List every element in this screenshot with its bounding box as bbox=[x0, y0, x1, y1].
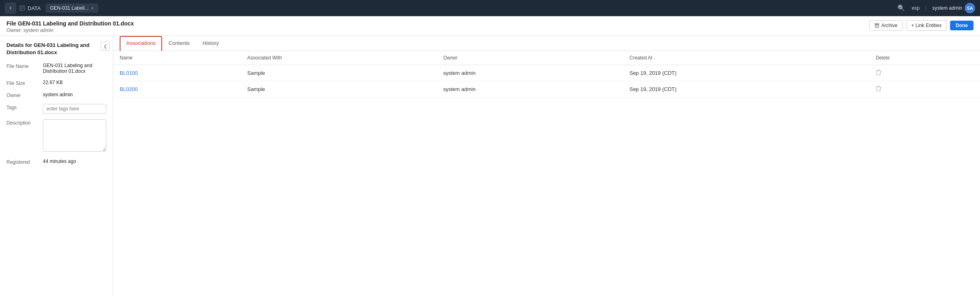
sort-icon: ↓ bbox=[654, 56, 656, 60]
nav-divider: | bbox=[925, 5, 927, 11]
avatar: SA bbox=[965, 3, 975, 13]
close-tab-icon[interactable]: × bbox=[91, 6, 93, 11]
link-entities-label: + Link Entities bbox=[911, 23, 942, 28]
search-icon[interactable]: 🔍 bbox=[898, 4, 905, 12]
trash-icon bbox=[876, 69, 881, 76]
owner-field-value: system admin bbox=[43, 92, 106, 98]
registered-label: Registered bbox=[6, 159, 39, 165]
tab-history-label: History bbox=[203, 40, 219, 46]
file-owner: Owner: system admin bbox=[6, 27, 134, 33]
file-size-value: 22.67 KB bbox=[43, 80, 106, 86]
association-link[interactable]: BL0200 bbox=[120, 86, 138, 92]
tab-associations[interactable]: Associations bbox=[120, 36, 162, 51]
file-name-value: GEN-031 Labeling and Distribution 01.doc… bbox=[43, 63, 106, 74]
tab-associations-label: Associations bbox=[126, 40, 156, 46]
file-title: File GEN-031 Labeling and Distribution 0… bbox=[6, 20, 134, 27]
tab-contents[interactable]: Contents bbox=[162, 36, 196, 51]
table-row: BL0100 Sample system admin Sep 19, 2019 … bbox=[113, 65, 980, 81]
tabs-bar: Associations Contents History bbox=[113, 36, 980, 51]
cell-owner: system admin bbox=[437, 65, 623, 81]
tags-input[interactable] bbox=[43, 104, 106, 114]
file-size-label: File Size bbox=[6, 80, 39, 86]
col-owner: Owner bbox=[437, 51, 623, 65]
file-size-row: File Size 22.67 KB bbox=[6, 80, 106, 86]
tags-row: Tags bbox=[6, 104, 106, 114]
nav-data-label: DATA bbox=[27, 5, 41, 11]
registered-value: 44 minutes ago bbox=[43, 159, 106, 165]
nav-active-tab[interactable]: GEN-031 Labeli... × bbox=[46, 4, 98, 13]
trash-icon bbox=[876, 85, 881, 92]
description-row: Description bbox=[6, 119, 106, 153]
col-associated-with: Associated With bbox=[241, 51, 437, 65]
nav-tab-label: GEN-031 Labeli... bbox=[50, 5, 89, 11]
nav-username: system admin bbox=[932, 5, 962, 11]
avatar-initials: SA bbox=[967, 6, 973, 11]
delete-cell[interactable] bbox=[869, 81, 980, 97]
owner-field-label: Owner bbox=[6, 92, 39, 98]
file-name-row: File Name GEN-031 Labeling and Distribut… bbox=[6, 63, 106, 74]
description-textarea[interactable] bbox=[43, 119, 106, 152]
table-row: BL0200 Sample system admin Sep 19, 2019 … bbox=[113, 81, 980, 97]
nav-back-button[interactable] bbox=[5, 2, 16, 14]
cell-created-at: Sep 19, 2019 (CDT) bbox=[623, 81, 869, 97]
col-name: Name bbox=[113, 51, 241, 65]
owner-value: system admin bbox=[23, 27, 53, 33]
left-panel: Details for GEN-031 Labeling and Distrib… bbox=[0, 36, 113, 296]
file-header-actions: Archive + Link Entities Done bbox=[869, 20, 974, 31]
tab-history[interactable]: History bbox=[196, 36, 225, 51]
delete-cell[interactable] bbox=[869, 65, 980, 81]
tags-label: Tags bbox=[6, 104, 39, 114]
col-delete: Delete bbox=[869, 51, 980, 65]
cell-associated-with: Sample bbox=[241, 81, 437, 97]
owner-label: Owner: bbox=[6, 27, 22, 33]
archive-label: Archive bbox=[881, 23, 898, 28]
cell-name: BL0200 bbox=[113, 81, 241, 97]
file-header: File GEN-031 Labeling and Distribution 0… bbox=[0, 16, 980, 36]
done-button[interactable]: Done bbox=[950, 21, 974, 30]
cell-created-at: Sep 19, 2019 (CDT) bbox=[623, 65, 869, 81]
cell-owner: system admin bbox=[437, 81, 623, 97]
table-header-row: Name Associated With Owner Created At ↓ … bbox=[113, 51, 980, 65]
owner-row: Owner system admin bbox=[6, 92, 106, 98]
nav-user: system admin SA bbox=[932, 3, 975, 13]
right-panel: Associations Contents History Name Assoc… bbox=[113, 36, 980, 296]
cell-associated-with: Sample bbox=[241, 65, 437, 81]
left-panel-title: Details for GEN-031 Labeling and Distrib… bbox=[6, 42, 106, 56]
done-label: Done bbox=[956, 23, 968, 28]
cell-name: BL0100 bbox=[113, 65, 241, 81]
nav-data-section: DATA bbox=[19, 5, 41, 11]
collapse-panel-button[interactable]: ❮ bbox=[101, 42, 110, 51]
association-link[interactable]: BL0100 bbox=[120, 70, 138, 76]
registered-row: Registered 44 minutes ago bbox=[6, 159, 106, 165]
main-layout: Details for GEN-031 Labeling and Distrib… bbox=[0, 36, 980, 296]
associations-table: Name Associated With Owner Created At ↓ … bbox=[113, 51, 980, 97]
col-created-at[interactable]: Created At ↓ bbox=[623, 51, 869, 65]
associations-table-container: Name Associated With Owner Created At ↓ … bbox=[113, 51, 980, 296]
description-label: Description bbox=[6, 119, 39, 153]
nav-language: esp bbox=[912, 5, 919, 11]
file-name-label: File Name bbox=[6, 63, 39, 74]
link-entities-button[interactable]: + Link Entities bbox=[906, 20, 947, 31]
tab-contents-label: Contents bbox=[169, 40, 190, 46]
top-nav: DATA GEN-031 Labeli... × 🔍 esp | system … bbox=[0, 0, 980, 16]
archive-button[interactable]: Archive bbox=[869, 20, 903, 31]
